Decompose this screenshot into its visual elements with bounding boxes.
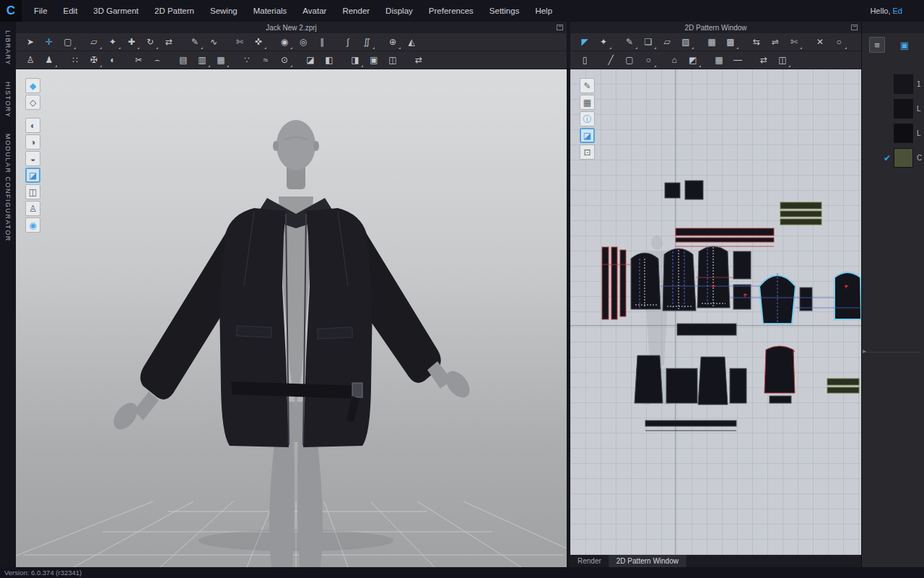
steam-icon[interactable]: ≈	[257, 52, 274, 68]
fabric-a-icon[interactable]: ▤	[175, 52, 192, 68]
scissors-icon[interactable]: ✄	[231, 34, 248, 50]
brush-2d-icon[interactable]: ✎	[580, 78, 595, 93]
fabric-b-icon[interactable]: ▥	[193, 52, 211, 68]
menu-item-edit[interactable]: Edit	[56, 0, 86, 22]
tape-measure-icon[interactable]: ⌢	[149, 52, 166, 68]
object-browser-row[interactable]: 1	[862, 72, 924, 96]
menu-item-materials[interactable]: Materials	[245, 0, 295, 22]
colorway-2d-icon[interactable]: ◩	[684, 52, 702, 68]
grid-2d-icon[interactable]: ▦	[703, 34, 720, 50]
move-tool-icon[interactable]: ✛	[40, 34, 58, 50]
particle-distance-icon[interactable]: ∵	[238, 52, 256, 68]
sync-view-icon[interactable]: ⇄	[410, 52, 427, 68]
pattern-info-icon[interactable]: ⓘ	[580, 111, 595, 126]
zipper-icon[interactable]: ∥	[313, 34, 331, 50]
avatar-size-icon[interactable]: ◐	[104, 52, 121, 68]
rotate-pattern-icon[interactable]: ↻	[141, 34, 159, 50]
arrangement-points-icon[interactable]: ∷	[66, 52, 84, 68]
texture-edit-icon[interactable]: ▩	[722, 34, 739, 50]
pressure-icon[interactable]: ⊙	[276, 52, 293, 68]
menu-item-2d-pattern[interactable]: 2D Pattern	[147, 0, 202, 22]
mirror-paste-icon[interactable]: ⇌	[767, 34, 784, 50]
walk-avatar-icon[interactable]: ♙	[22, 52, 39, 68]
select-tool-icon[interactable]: ➤	[22, 34, 39, 50]
show-grid-2d-icon[interactable]: ▦	[580, 95, 595, 110]
mesh-2d-icon[interactable]: ▦	[710, 52, 728, 68]
layer-front-icon[interactable]: ◧	[321, 52, 338, 68]
add-pattern-icon[interactable]: ❏	[640, 34, 657, 50]
menu-item-preferences[interactable]: Preferences	[421, 0, 481, 22]
viewport-2d[interactable]: ✎▦ⓘ◪⊡	[570, 69, 861, 555]
dock-tab-library[interactable]: LIBRARY	[4, 30, 12, 66]
texture-2d-icon[interactable]: ◪	[580, 128, 595, 143]
image-import-icon[interactable]: ▨	[677, 34, 694, 50]
outline-2d-icon[interactable]: ▯	[576, 52, 593, 68]
free-sewing-icon[interactable]: ∬	[358, 34, 375, 50]
add-point-icon[interactable]: ✚	[123, 34, 140, 50]
lock-2d-icon[interactable]: ⊡	[580, 144, 595, 160]
pattern-folder-icon[interactable]: ▱	[658, 34, 676, 50]
unfold-icon[interactable]: ⇆	[748, 34, 765, 50]
menu-item-3d-garment[interactable]: 3D Garment	[85, 0, 147, 22]
menu-item-display[interactable]: Display	[378, 0, 421, 22]
pattern-pieces-canvas[interactable]	[570, 69, 861, 555]
avatar-arrangement-icon[interactable]: ◑	[25, 134, 40, 150]
tab-render[interactable]: Render	[570, 555, 609, 567]
window-quad-icon[interactable]: ◫	[384, 52, 401, 68]
iron-icon[interactable]: ⌂	[666, 52, 683, 68]
menu-item-help[interactable]: Help	[527, 0, 560, 22]
edit-pattern-2d-icon[interactable]: ✦	[595, 34, 612, 50]
avatar-display-icon[interactable]: ◐	[25, 118, 40, 133]
pop-out-icon[interactable]	[851, 25, 858, 30]
menu-item-file[interactable]: File	[26, 0, 56, 22]
internal-rect-icon[interactable]: ▢	[621, 52, 638, 68]
cut-sew-icon[interactable]: ✄	[785, 34, 803, 50]
pop-out-icon[interactable]	[557, 25, 563, 30]
segment-sewing-icon[interactable]: ∫	[339, 34, 357, 50]
seam-allowance-icon[interactable]: ○	[830, 34, 847, 50]
symmetry-icon[interactable]: ⇄	[755, 52, 772, 68]
pen-2d-icon[interactable]: ✎	[621, 34, 638, 50]
avatar-3d-canvas[interactable]	[16, 69, 567, 567]
flip-pattern-icon[interactable]: ⇄	[160, 34, 178, 50]
menu-item-sewing[interactable]: Sewing	[202, 0, 245, 22]
show-3d-figure-icon[interactable]: ♙	[25, 201, 40, 216]
app-logo[interactable]: C	[0, 0, 22, 22]
transform-pattern-icon[interactable]: ▱	[85, 34, 103, 50]
colorway-manager-icon[interactable]: ▣	[897, 37, 912, 53]
show-avatar-icon[interactable]: ♟	[40, 52, 58, 68]
baseline-icon[interactable]: ―	[729, 52, 746, 68]
menu-item-render[interactable]: Render	[334, 0, 378, 22]
viewport-3d[interactable]: ◆◇◐◑◒◪◫♙◉	[16, 69, 567, 567]
mesh-view-icon[interactable]: ▦	[212, 52, 230, 68]
object-browser-row[interactable]: ✔C	[862, 146, 924, 170]
pin-icon[interactable]: ⊕	[384, 34, 401, 50]
list-view-icon[interactable]: ≡	[869, 37, 885, 53]
textured-surface-icon[interactable]: ◪	[25, 168, 40, 183]
object-browser-row[interactable]: L	[862, 121, 924, 145]
button-icon[interactable]: ◉	[276, 34, 293, 50]
compare-window-icon[interactable]: ◫	[774, 52, 791, 68]
environment-map-icon[interactable]: ◉	[25, 217, 40, 233]
window-split-icon[interactable]: ▣	[365, 52, 383, 68]
object-browser-row[interactable]: L	[862, 97, 924, 121]
thick-texture-icon[interactable]: ◫	[25, 184, 40, 199]
rectangle-select-icon[interactable]: ▢	[59, 34, 77, 50]
menu-item-settings[interactable]: Settings	[481, 0, 528, 22]
menu-item-avatar[interactable]: Avatar	[295, 0, 334, 22]
avatar-tape-icon[interactable]: ◒	[25, 151, 40, 166]
pose-icon[interactable]: ✠	[85, 52, 103, 68]
transform-2d-icon[interactable]: ◤	[576, 34, 593, 50]
window-layout-icon[interactable]: ◨	[346, 52, 364, 68]
scissors-x-icon[interactable]: ✂	[130, 52, 147, 68]
tab-2d-pattern-window[interactable]: 2D Pattern Window	[609, 555, 687, 567]
internal-line-icon[interactable]: ╱	[602, 52, 619, 68]
fold-arrangement-icon[interactable]: ◭	[403, 34, 420, 50]
buttonhole-icon[interactable]: ◎	[295, 34, 312, 50]
show-garment-icon[interactable]: ◆	[25, 78, 40, 93]
tack-icon[interactable]: ✜	[250, 34, 267, 50]
panel-expand-icon[interactable]: ▸	[863, 347, 866, 355]
notch-icon[interactable]: ✕	[811, 34, 829, 50]
edit-pattern-icon[interactable]: ✦	[104, 34, 121, 50]
edit-curve-icon[interactable]: ∿	[205, 34, 222, 50]
